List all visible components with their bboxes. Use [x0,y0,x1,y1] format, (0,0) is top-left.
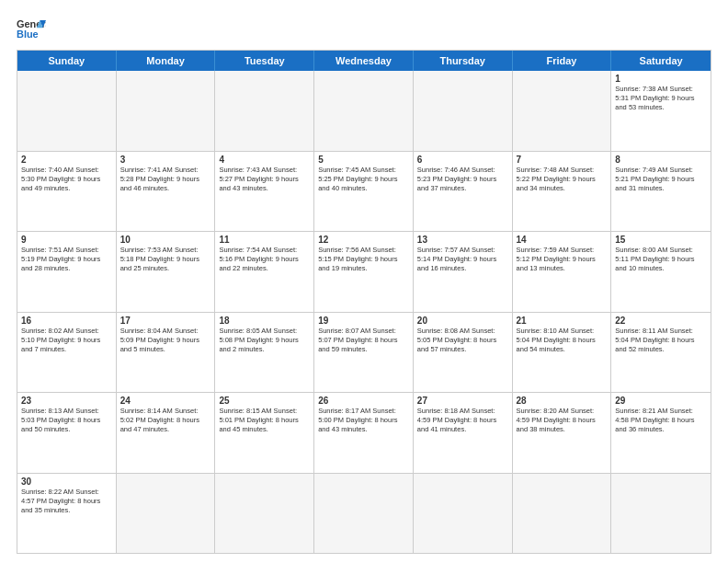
calendar-header: SundayMondayTuesdayWednesdayThursdayFrid… [17,51,711,71]
day-number: 23 [21,396,112,406]
calendar-cell: 1Sunrise: 7:38 AM Sunset: 5:31 PM Daylig… [611,71,711,151]
calendar-cell [611,474,711,554]
day-number: 30 [21,477,112,487]
calendar-cell: 28Sunrise: 8:20 AM Sunset: 4:59 PM Dayli… [513,393,612,473]
day-info: Sunrise: 7:43 AM Sunset: 5:27 PM Dayligh… [219,166,310,193]
day-info: Sunrise: 7:38 AM Sunset: 5:31 PM Dayligh… [615,85,707,112]
calendar-cell: 23Sunrise: 8:13 AM Sunset: 5:03 PM Dayli… [17,393,117,473]
calendar-cell: 20Sunrise: 8:08 AM Sunset: 5:05 PM Dayli… [414,313,513,393]
header: General Blue [17,17,711,42]
day-number: 21 [517,316,608,326]
day-info: Sunrise: 7:57 AM Sunset: 5:14 PM Dayligh… [417,246,508,273]
logo-icon: General Blue [17,17,46,42]
day-header-saturday: Saturday [611,51,711,71]
calendar-cell [17,71,117,151]
calendar-cell [215,71,314,151]
calendar-body: 1Sunrise: 7:38 AM Sunset: 5:31 PM Daylig… [17,71,711,553]
day-number: 2 [21,155,112,165]
calendar-cell: 10Sunrise: 7:53 AM Sunset: 5:18 PM Dayli… [117,232,216,312]
day-number: 11 [219,235,310,245]
day-number: 20 [417,316,508,326]
day-info: Sunrise: 8:13 AM Sunset: 5:03 PM Dayligh… [21,407,112,434]
day-number: 19 [318,316,409,326]
calendar-cell: 21Sunrise: 8:10 AM Sunset: 5:04 PM Dayli… [513,313,612,393]
calendar-cell: 29Sunrise: 8:21 AM Sunset: 4:58 PM Dayli… [611,393,711,473]
day-info: Sunrise: 8:20 AM Sunset: 4:59 PM Dayligh… [517,407,608,434]
calendar-cell: 12Sunrise: 7:56 AM Sunset: 5:15 PM Dayli… [314,232,414,312]
day-number: 5 [318,155,409,165]
day-info: Sunrise: 7:51 AM Sunset: 5:19 PM Dayligh… [21,246,112,273]
day-header-monday: Monday [117,51,216,71]
day-number: 1 [615,74,707,84]
calendar-row-5: 30Sunrise: 8:22 AM Sunset: 4:57 PM Dayli… [17,473,711,554]
day-info: Sunrise: 7:49 AM Sunset: 5:21 PM Dayligh… [615,166,707,193]
calendar-cell [414,71,513,151]
calendar-row-2: 9Sunrise: 7:51 AM Sunset: 5:19 PM Daylig… [17,231,711,312]
day-info: Sunrise: 7:45 AM Sunset: 5:25 PM Dayligh… [318,166,409,193]
day-number: 28 [517,396,608,406]
calendar-cell: 26Sunrise: 8:17 AM Sunset: 5:00 PM Dayli… [314,393,414,473]
calendar-cell: 15Sunrise: 8:00 AM Sunset: 5:11 PM Dayli… [611,232,711,312]
calendar-cell [513,474,612,554]
day-number: 7 [517,155,608,165]
day-header-sunday: Sunday [17,51,117,71]
day-number: 3 [120,155,211,165]
day-info: Sunrise: 7:46 AM Sunset: 5:23 PM Dayligh… [417,166,508,193]
calendar-cell: 7Sunrise: 7:48 AM Sunset: 5:22 PM Daylig… [513,152,612,232]
day-number: 4 [219,155,310,165]
day-number: 22 [615,316,707,326]
day-info: Sunrise: 8:04 AM Sunset: 5:09 PM Dayligh… [120,327,211,354]
calendar-cell [513,71,612,151]
calendar-cell [314,474,414,554]
day-header-tuesday: Tuesday [215,51,314,71]
day-info: Sunrise: 8:22 AM Sunset: 4:57 PM Dayligh… [21,488,112,515]
calendar-cell: 13Sunrise: 7:57 AM Sunset: 5:14 PM Dayli… [414,232,513,312]
calendar-row-3: 16Sunrise: 8:02 AM Sunset: 5:10 PM Dayli… [17,312,711,393]
day-info: Sunrise: 7:54 AM Sunset: 5:16 PM Dayligh… [219,246,310,273]
calendar-cell: 8Sunrise: 7:49 AM Sunset: 5:21 PM Daylig… [611,152,711,232]
day-info: Sunrise: 8:00 AM Sunset: 5:11 PM Dayligh… [615,246,707,273]
day-number: 14 [517,235,608,245]
logo: General Blue [17,17,46,42]
day-info: Sunrise: 8:18 AM Sunset: 4:59 PM Dayligh… [417,407,508,434]
calendar-cell: 18Sunrise: 8:05 AM Sunset: 5:08 PM Dayli… [215,313,314,393]
calendar-cell [314,71,414,151]
calendar-cell: 9Sunrise: 7:51 AM Sunset: 5:19 PM Daylig… [17,232,117,312]
calendar-cell: 11Sunrise: 7:54 AM Sunset: 5:16 PM Dayli… [215,232,314,312]
calendar-cell: 14Sunrise: 7:59 AM Sunset: 5:12 PM Dayli… [513,232,612,312]
calendar-page: General Blue SundayMondayTuesdayWednesda… [0,0,728,563]
day-header-wednesday: Wednesday [314,51,414,71]
day-info: Sunrise: 7:53 AM Sunset: 5:18 PM Dayligh… [120,246,211,273]
calendar-row-0: 1Sunrise: 7:38 AM Sunset: 5:31 PM Daylig… [17,71,711,151]
calendar-cell: 25Sunrise: 8:15 AM Sunset: 5:01 PM Dayli… [215,393,314,473]
calendar-row-4: 23Sunrise: 8:13 AM Sunset: 5:03 PM Dayli… [17,392,711,473]
calendar-cell [117,474,216,554]
day-number: 13 [417,235,508,245]
calendar-cell: 2Sunrise: 7:40 AM Sunset: 5:30 PM Daylig… [17,152,117,232]
day-header-friday: Friday [513,51,612,71]
day-info: Sunrise: 7:59 AM Sunset: 5:12 PM Dayligh… [517,246,608,273]
day-info: Sunrise: 7:40 AM Sunset: 5:30 PM Dayligh… [21,166,112,193]
svg-text:Blue: Blue [17,29,39,40]
day-info: Sunrise: 7:56 AM Sunset: 5:15 PM Dayligh… [318,246,409,273]
calendar-cell [414,474,513,554]
calendar-cell: 19Sunrise: 8:07 AM Sunset: 5:07 PM Dayli… [314,313,414,393]
day-number: 12 [318,235,409,245]
day-number: 18 [219,316,310,326]
calendar-cell: 17Sunrise: 8:04 AM Sunset: 5:09 PM Dayli… [117,313,216,393]
day-info: Sunrise: 8:15 AM Sunset: 5:01 PM Dayligh… [219,407,310,434]
day-info: Sunrise: 8:02 AM Sunset: 5:10 PM Dayligh… [21,327,112,354]
day-info: Sunrise: 8:10 AM Sunset: 5:04 PM Dayligh… [517,327,608,354]
day-info: Sunrise: 8:14 AM Sunset: 5:02 PM Dayligh… [120,407,211,434]
day-info: Sunrise: 8:07 AM Sunset: 5:07 PM Dayligh… [318,327,409,354]
calendar-cell: 4Sunrise: 7:43 AM Sunset: 5:27 PM Daylig… [215,152,314,232]
day-info: Sunrise: 8:11 AM Sunset: 5:04 PM Dayligh… [615,327,707,354]
day-info: Sunrise: 7:48 AM Sunset: 5:22 PM Dayligh… [517,166,608,193]
day-number: 25 [219,396,310,406]
calendar-row-1: 2Sunrise: 7:40 AM Sunset: 5:30 PM Daylig… [17,151,711,232]
day-info: Sunrise: 8:08 AM Sunset: 5:05 PM Dayligh… [417,327,508,354]
calendar-cell: 30Sunrise: 8:22 AM Sunset: 4:57 PM Dayli… [17,474,117,554]
calendar-cell: 27Sunrise: 8:18 AM Sunset: 4:59 PM Dayli… [414,393,513,473]
calendar-cell: 5Sunrise: 7:45 AM Sunset: 5:25 PM Daylig… [314,152,414,232]
day-info: Sunrise: 8:17 AM Sunset: 5:00 PM Dayligh… [318,407,409,434]
